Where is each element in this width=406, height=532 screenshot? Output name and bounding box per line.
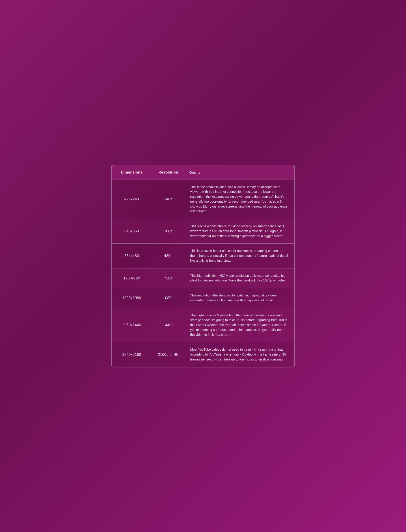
cell-quality: Most YouTube videos do not need to be in… bbox=[185, 342, 294, 367]
cell-quality: The higher a video's resolution, the mor… bbox=[185, 308, 294, 342]
cell-resolution: 1440p bbox=[152, 308, 185, 342]
cell-quality: This resolution–the standard for watchin… bbox=[185, 288, 294, 308]
cell-resolution: 480p bbox=[152, 244, 185, 268]
cell-dimensions: 1280x720 bbox=[112, 268, 152, 288]
cell-resolution: 2160p or 4K bbox=[152, 342, 185, 367]
cell-dimensions: 426x240 bbox=[112, 180, 152, 219]
header-dimensions: Dimensions bbox=[112, 165, 152, 180]
cell-resolution: 1080p bbox=[152, 288, 185, 308]
cell-dimensions: 3840x2160 bbox=[112, 342, 152, 367]
table-row: 2560x14401440pThe higher a video's resol… bbox=[112, 308, 294, 342]
cell-quality: This size is a solid choice for video-vi… bbox=[185, 219, 294, 244]
cell-quality: This is an even better choice for audien… bbox=[185, 244, 294, 268]
cell-dimensions: 640x360 bbox=[112, 219, 152, 244]
cell-resolution: 240p bbox=[152, 180, 185, 219]
video-resolution-table: Dimensions Resolution Quality 426x240240… bbox=[111, 165, 295, 368]
table-row: 854x480480pThis is an even better choice… bbox=[112, 244, 294, 268]
cell-dimensions: 1920x1080 bbox=[112, 288, 152, 308]
table-row: 1280x720720pThis high-definition (HD) vi… bbox=[112, 268, 294, 288]
table-row: 3840x21602160p or 4KMost YouTube videos … bbox=[112, 342, 294, 367]
cell-resolution: 720p bbox=[152, 268, 185, 288]
header-quality: Quality bbox=[185, 165, 294, 180]
table-header-row: Dimensions Resolution Quality bbox=[112, 165, 294, 180]
table-row: 426x240240pThis is the smallest video si… bbox=[112, 180, 294, 219]
header-resolution: Resolution bbox=[152, 165, 185, 180]
cell-resolution: 360p bbox=[152, 219, 185, 244]
cell-quality: This is the smallest video size allowed.… bbox=[185, 180, 294, 219]
table-row: 1920x10801080pThis resolution–the standa… bbox=[112, 288, 294, 308]
table-row: 640x360360pThis size is a solid choice f… bbox=[112, 219, 294, 244]
cell-dimensions: 2560x1440 bbox=[112, 308, 152, 342]
cell-quality: This high-definition (HD) video resoluti… bbox=[185, 268, 294, 288]
cell-dimensions: 854x480 bbox=[112, 244, 152, 268]
